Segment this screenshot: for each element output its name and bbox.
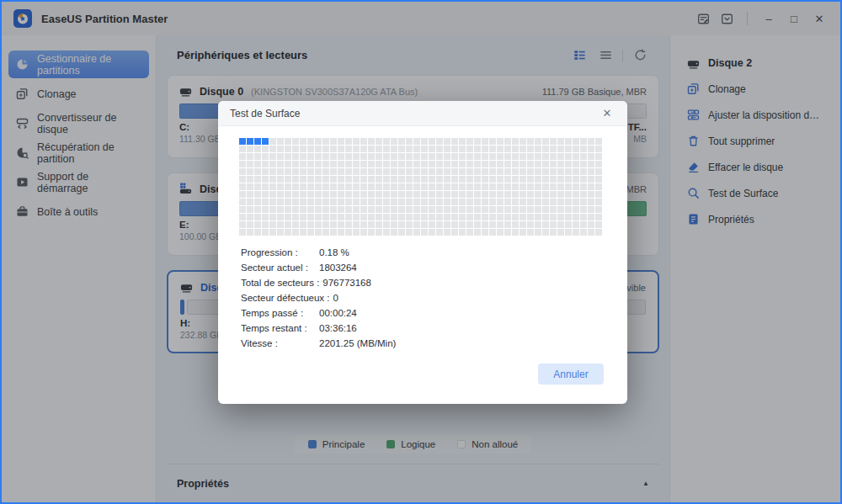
surface-test-cell	[330, 229, 337, 236]
surface-test-cell	[269, 183, 276, 190]
surface-test-cell	[542, 206, 549, 213]
surface-test-cell	[391, 183, 397, 190]
surface-test-cell	[504, 153, 511, 160]
surface-test-cell	[300, 161, 306, 167]
surface-test-cell	[269, 199, 276, 205]
surface-test-cell	[398, 199, 405, 205]
surface-test-cell	[557, 206, 564, 213]
surface-test-cell	[353, 168, 360, 175]
surface-test-cell	[565, 138, 572, 145]
surface-test-cell	[353, 138, 360, 145]
surface-test-cell	[565, 191, 572, 198]
cancel-button[interactable]: Annuler	[538, 363, 604, 385]
surface-test-cell	[573, 146, 579, 152]
surface-test-cell	[338, 138, 344, 145]
surface-test-cell	[376, 183, 382, 190]
surface-test-cell	[383, 161, 390, 167]
surface-test-cell	[573, 206, 579, 213]
stat-row: Progression :0.18 %	[241, 245, 627, 260]
surface-test-cell	[474, 199, 481, 205]
surface-test-cell	[429, 168, 435, 175]
surface-test-cell	[421, 214, 428, 220]
surface-test-cell	[520, 191, 526, 198]
surface-test-cell	[383, 191, 390, 198]
surface-test-cell	[277, 176, 284, 183]
surface-test-cell	[315, 206, 322, 213]
surface-test-cell	[398, 191, 405, 198]
surface-test-cell	[262, 191, 269, 198]
surface-test-cell	[482, 214, 488, 220]
surface-test-cell	[239, 138, 246, 145]
surface-test-cell	[307, 229, 314, 236]
surface-test-cell	[307, 199, 314, 205]
surface-test-cell	[376, 161, 382, 167]
surface-test-cell	[338, 168, 344, 175]
surface-test-cell	[353, 214, 360, 220]
stat-row: Secteur défectueux :0	[241, 290, 627, 305]
surface-test-cell	[550, 191, 557, 198]
surface-test-cell	[406, 206, 413, 213]
surface-test-cell	[262, 138, 269, 145]
surface-test-cell	[527, 229, 534, 236]
surface-test-cell	[368, 168, 375, 175]
surface-test-cell	[497, 161, 504, 167]
surface-test-cell	[573, 229, 579, 236]
surface-test-cell	[391, 214, 397, 220]
surface-test-cell	[254, 161, 261, 167]
surface-test-cell	[535, 161, 541, 167]
surface-test-cell	[269, 176, 276, 183]
surface-test-cell	[459, 153, 466, 160]
surface-test-cell	[466, 191, 473, 198]
surface-test-cell	[565, 206, 572, 213]
surface-test-cell	[474, 229, 481, 236]
surface-test-cell	[580, 176, 587, 183]
surface-test-cell	[292, 191, 299, 198]
surface-test-cell	[489, 146, 496, 152]
surface-test-cell	[413, 161, 420, 167]
surface-test-cell	[504, 138, 511, 145]
surface-test-cell	[436, 229, 443, 236]
surface-test-cell	[580, 168, 587, 175]
surface-test-cell	[542, 138, 549, 145]
surface-test-cell	[451, 146, 458, 152]
surface-test-cell	[421, 229, 428, 236]
surface-test-cell	[398, 221, 405, 228]
surface-test-cell	[277, 229, 284, 236]
surface-test-cell	[406, 168, 413, 175]
surface-test-cell	[254, 221, 261, 228]
surface-test-cell	[247, 199, 253, 205]
surface-test-cell	[269, 221, 276, 228]
surface-test-cell	[527, 214, 534, 220]
surface-test-cell	[315, 153, 322, 160]
surface-test-cell	[338, 221, 344, 228]
surface-test-cell	[557, 153, 564, 160]
surface-test-cell	[345, 191, 352, 198]
surface-test-cell	[504, 199, 511, 205]
surface-test-cell	[527, 153, 534, 160]
surface-test-cell	[520, 183, 526, 190]
surface-test-cell	[482, 221, 488, 228]
surface-test-cell	[398, 138, 405, 145]
surface-test-cell	[360, 146, 367, 152]
surface-test-cell	[277, 221, 284, 228]
surface-test-cell	[436, 183, 443, 190]
surface-test-cell	[474, 153, 481, 160]
surface-test-cell	[353, 206, 360, 213]
surface-test-cell	[580, 146, 587, 152]
surface-test-cell	[436, 176, 443, 183]
surface-test-cell	[292, 199, 299, 205]
surface-test-cell	[550, 168, 557, 175]
surface-test-cell	[368, 229, 375, 236]
surface-test-cell	[406, 199, 413, 205]
surface-test-cell	[436, 153, 443, 160]
surface-test-cell	[573, 183, 579, 190]
surface-test-cell	[383, 229, 390, 236]
surface-test-cell	[292, 206, 299, 213]
surface-test-cell	[429, 199, 435, 205]
surface-test-cell	[573, 214, 579, 220]
surface-test-cell	[285, 191, 291, 198]
surface-test-cell	[573, 191, 579, 198]
surface-test-cell	[459, 229, 466, 236]
dialog-close-icon[interactable]: ✕	[599, 107, 616, 119]
surface-test-cell	[520, 214, 526, 220]
